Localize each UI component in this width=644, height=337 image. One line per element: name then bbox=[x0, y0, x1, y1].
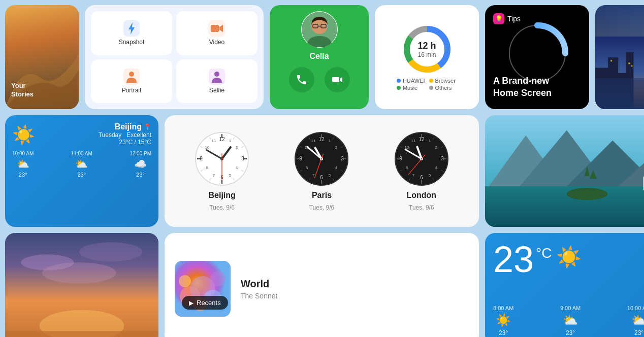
svg-text:6: 6 bbox=[420, 175, 423, 180]
sunset-photo-widget bbox=[5, 233, 158, 337]
legend-others: Others bbox=[435, 85, 452, 91]
svg-text:4: 4 bbox=[335, 165, 338, 170]
donut-chart: 12 h 16 min bbox=[402, 24, 453, 75]
big-forecast-9am: 9:00 AM ⛅ 23° bbox=[560, 305, 581, 336]
music-widget: ▶ Recents World The Sonnet bbox=[165, 233, 479, 337]
svg-text:1: 1 bbox=[229, 139, 232, 143]
home-screen-grid: Your Stories Snapshot Video bbox=[0, 0, 644, 337]
clock-london-city: London bbox=[406, 191, 436, 200]
tips-title-line2: Home Screen bbox=[493, 87, 552, 99]
celia-avatar bbox=[302, 12, 337, 47]
legend-music: Music bbox=[403, 85, 417, 91]
svg-text:8: 8 bbox=[306, 165, 308, 170]
phone-icon bbox=[296, 74, 308, 86]
usage-widget: 12 h 16 min HUAWEI Browser Music Others bbox=[375, 5, 479, 109]
usage-legend: HUAWEI Browser Music Others bbox=[397, 78, 457, 91]
camera-selfie-button[interactable]: Selfie bbox=[176, 59, 257, 104]
big-weather-forecast: 8:00 AM ☀️ 23° 9:00 AM ⛅ 23° 10:00 AM ⛅ … bbox=[493, 305, 644, 336]
svg-rect-31 bbox=[628, 62, 630, 64]
clock-beijing-date: Tues, 9/6 bbox=[209, 204, 235, 211]
svg-rect-129 bbox=[485, 186, 644, 227]
selfie-label: Selfie bbox=[209, 87, 224, 94]
selfie-icon bbox=[209, 69, 225, 85]
big-temp-display: 23 °C bbox=[493, 241, 552, 278]
celia-call-button[interactable] bbox=[289, 67, 314, 92]
weather-city: Beijing bbox=[115, 122, 142, 131]
clock-paris: 12 6 3 9 1 2 4 5 7 8 10 11 bbox=[294, 131, 349, 211]
svg-rect-14 bbox=[332, 77, 339, 82]
clock-face-london: 12 6 3 9 1 2 4 5 7 8 10 11 bbox=[394, 131, 449, 187]
legend-browser: Browser bbox=[435, 78, 456, 84]
celia-widget: Celia bbox=[270, 5, 369, 109]
weather-day: Tuesday bbox=[99, 131, 122, 139]
video-label: Video bbox=[209, 39, 224, 46]
svg-point-137 bbox=[79, 242, 143, 261]
weather-sun-icon: ☀️ bbox=[12, 124, 35, 146]
big-temp-value: 23 bbox=[493, 241, 534, 278]
svg-text:12: 12 bbox=[219, 137, 226, 142]
svg-text:4: 4 bbox=[236, 165, 238, 170]
svg-text:5: 5 bbox=[329, 173, 331, 178]
svg-rect-33 bbox=[610, 60, 612, 61]
svg-text:11: 11 bbox=[311, 139, 316, 143]
svg-text:11: 11 bbox=[212, 139, 216, 143]
lake-scene bbox=[485, 115, 644, 227]
camera-snapshot-button[interactable]: Snapshot bbox=[91, 11, 172, 55]
camera-widget: Snapshot Video Portrait Selfi bbox=[85, 5, 264, 109]
svg-rect-3 bbox=[211, 25, 219, 32]
svg-text:9: 9 bbox=[399, 156, 402, 161]
svg-text:10: 10 bbox=[205, 145, 210, 150]
celia-video-call-button[interactable] bbox=[325, 67, 350, 92]
celia-name: Celia bbox=[309, 52, 329, 61]
svg-text:3: 3 bbox=[441, 156, 444, 161]
svg-rect-140 bbox=[5, 331, 158, 337]
clock-paris-date: Tues, 9/6 bbox=[309, 204, 335, 211]
svg-text:4: 4 bbox=[435, 165, 438, 170]
svg-text:2: 2 bbox=[435, 145, 438, 150]
svg-text:2: 2 bbox=[335, 145, 338, 150]
snapshot-icon bbox=[123, 20, 140, 37]
recents-badge[interactable]: ▶ Recents bbox=[182, 296, 228, 310]
svg-point-145 bbox=[179, 275, 191, 287]
weather-temp-range: 23°C / 15°C bbox=[99, 139, 151, 146]
big-weather-top: 23 °C ☀️ Beijing 📍 Tuesday Excellent 23°… bbox=[493, 241, 644, 278]
clock-london-date: Tues, 9/6 bbox=[409, 204, 434, 211]
usage-mins: 16 min bbox=[417, 51, 436, 58]
music-artist: The Sonnet bbox=[241, 292, 469, 300]
clock-london: 12 6 3 9 1 2 4 5 7 8 10 11 bbox=[394, 131, 449, 211]
landscape-text-stories: Stories bbox=[11, 90, 34, 99]
city-photo-widget bbox=[595, 5, 644, 109]
big-temp-unit: °C bbox=[536, 246, 552, 260]
clock-beijing: 12 6 3 9 1 2 4 5 7 8 10 11 bbox=[194, 131, 250, 211]
weather-quality: Excellent bbox=[126, 131, 151, 139]
portrait-label: Portrait bbox=[122, 87, 142, 94]
svg-text:5: 5 bbox=[229, 173, 232, 178]
weather-location: Beijing 📍 Tuesday Excellent 23°C / 15°C bbox=[99, 122, 151, 146]
svg-text:9: 9 bbox=[300, 156, 303, 161]
big-forecast-8am: 8:00 AM ☀️ 23° bbox=[493, 305, 513, 336]
camera-portrait-button[interactable]: Portrait bbox=[91, 59, 172, 104]
video-icon bbox=[209, 20, 225, 37]
svg-text:1: 1 bbox=[429, 139, 431, 143]
svg-point-146 bbox=[210, 271, 226, 286]
weather-forecast: 10:00 AM ⛅ 23° 11:00 AM ⛅ 23° 12:00 PM ☁… bbox=[12, 151, 151, 178]
svg-text:7: 7 bbox=[213, 173, 215, 178]
svg-text:8: 8 bbox=[206, 165, 209, 170]
video-call-icon bbox=[331, 74, 343, 86]
portrait-icon bbox=[123, 69, 140, 85]
forecast-item-11am: 11:00 AM ⛅ 23° bbox=[71, 151, 92, 178]
usage-hours: 12 h bbox=[417, 40, 436, 51]
svg-point-6 bbox=[129, 72, 134, 77]
landscape-photo-widget: Your Stories bbox=[5, 5, 79, 109]
camera-video-button[interactable]: Video bbox=[176, 11, 257, 55]
svg-text:12: 12 bbox=[319, 137, 325, 142]
svg-point-93 bbox=[321, 158, 323, 160]
legend-huawei: HUAWEI bbox=[403, 78, 425, 84]
svg-text:7: 7 bbox=[412, 173, 415, 178]
album-art: ▶ Recents bbox=[175, 261, 231, 317]
svg-point-138 bbox=[42, 262, 116, 284]
svg-marker-15 bbox=[340, 77, 342, 82]
svg-point-123 bbox=[421, 158, 422, 160]
svg-point-63 bbox=[221, 158, 223, 160]
sunset-scene bbox=[5, 233, 158, 337]
